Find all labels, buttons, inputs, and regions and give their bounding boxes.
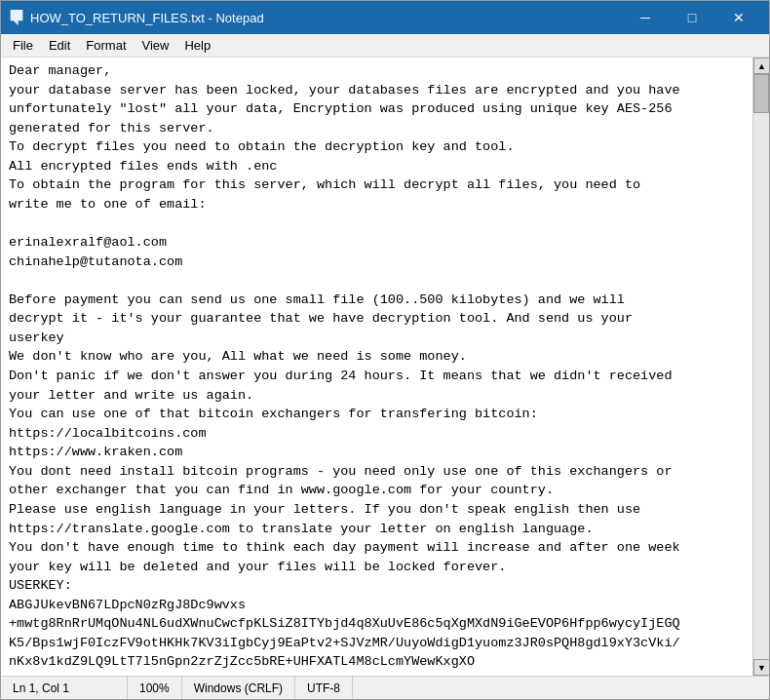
zoom-level: 100% xyxy=(128,677,182,699)
menu-bar: File Edit Format View Help xyxy=(1,34,769,58)
close-button[interactable]: ✕ xyxy=(716,7,761,28)
notepad-icon xyxy=(9,10,24,25)
status-bar: Ln 1, Col 1 100% Windows (CRLF) UTF-8 xyxy=(1,676,769,699)
menu-help[interactable]: Help xyxy=(176,36,218,55)
maximize-button[interactable]: □ xyxy=(670,7,714,28)
text-area-container: ▲ ▼ xyxy=(1,58,769,676)
scrollbar-track[interactable] xyxy=(753,74,769,659)
vertical-scrollbar[interactable]: ▲ ▼ xyxy=(752,58,769,676)
scroll-down-button[interactable]: ▼ xyxy=(753,659,769,676)
minimize-button[interactable]: ─ xyxy=(623,7,668,28)
menu-file[interactable]: File xyxy=(5,36,41,55)
window-title: HOW_TO_RETURN_FILES.txt - Notepad xyxy=(30,11,623,25)
scroll-up-button[interactable]: ▲ xyxy=(753,58,769,74)
line-ending: Windows (CRLF) xyxy=(182,677,295,699)
notepad-window: HOW_TO_RETURN_FILES.txt - Notepad ─ □ ✕ … xyxy=(0,0,770,700)
title-bar: HOW_TO_RETURN_FILES.txt - Notepad ─ □ ✕ xyxy=(1,1,769,34)
encoding: UTF-8 xyxy=(295,677,353,699)
menu-format[interactable]: Format xyxy=(78,36,134,55)
menu-edit[interactable]: Edit xyxy=(41,36,78,55)
cursor-position: Ln 1, Col 1 xyxy=(1,677,128,699)
menu-view[interactable]: View xyxy=(135,36,177,55)
scrollbar-thumb[interactable] xyxy=(753,74,769,113)
window-controls: ─ □ ✕ xyxy=(623,7,761,28)
text-editor[interactable] xyxy=(1,58,752,676)
